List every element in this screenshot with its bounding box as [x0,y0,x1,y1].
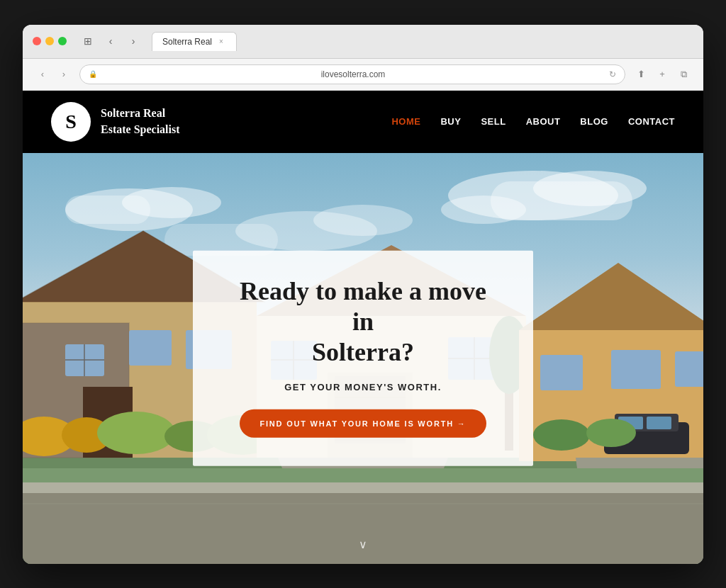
share-button[interactable]: ⬆ [631,64,651,84]
logo-circle: S [51,102,91,142]
hero-title: Ready to make a move in Solterra? [230,276,496,368]
toolbar-back-button[interactable]: ‹ [33,64,52,84]
traffic-lights [33,37,67,45]
hero-cta-button[interactable]: FIND OUT WHAT YOUR HOME IS WORTH → [240,409,486,438]
svg-marker-43 [519,263,703,330]
svg-point-52 [586,419,636,447]
svg-rect-55 [23,486,703,564]
reload-icon: ↻ [609,69,616,79]
nav-blog[interactable]: BLOG [580,116,608,127]
active-tab[interactable]: Solterra Real × [152,32,237,51]
logo-line1: Solterra Real [101,107,165,119]
browser-titlebar: ⊞ ‹ › Solterra Real × [33,32,693,58]
address-bar[interactable]: 🔒 ilovesolterra.com ↻ [79,64,625,84]
svg-point-51 [533,419,590,451]
nav-about[interactable]: ABOUT [526,116,561,127]
url-text: ilovesolterra.com [101,69,605,79]
lock-icon: 🔒 [89,70,97,78]
logo-letter: S [65,111,77,133]
nav-sell[interactable]: SELL [481,116,506,127]
website-content: S Solterra Real Estate Specialist HOME B… [23,91,703,564]
traffic-light-yellow[interactable] [45,37,54,45]
traffic-light-red[interactable] [33,37,41,45]
scroll-indicator[interactable]: ∨ [359,538,367,551]
logo-area[interactable]: S Solterra Real Estate Specialist [51,102,180,142]
forward-button[interactable]: › [123,33,143,50]
browser-chrome: ⊞ ‹ › Solterra Real × [23,25,703,59]
sidebar-toggle-button[interactable]: ⊞ [78,33,98,50]
toolbar-actions: ⬆ + ⧉ [631,64,693,84]
svg-rect-46 [675,351,703,387]
logo-text: Solterra Real Estate Specialist [101,106,180,137]
site-nav: HOME BUY SELL ABOUT BLOG CONTACT [391,116,675,127]
windows-button[interactable]: ⧉ [674,64,693,84]
hero-content-box: Ready to make a move in Solterra? GET YO… [193,250,533,466]
svg-rect-15 [129,330,172,366]
browser-nav-buttons: ⊞ ‹ › [78,33,143,50]
svg-rect-44 [540,355,583,390]
nav-contact[interactable]: CONTACT [628,116,675,127]
hero-section: Ready to make a move in Solterra? GET YO… [23,153,703,564]
toolbar-forward-button[interactable]: › [54,64,74,84]
nav-home[interactable]: HOME [391,116,420,127]
svg-point-6 [313,205,413,236]
svg-point-1 [122,187,221,218]
browser-toolbar: ‹ › 🔒 ilovesolterra.com ↻ ⬆ + ⧉ [23,59,703,91]
svg-rect-58 [23,468,703,482]
svg-rect-50 [647,417,671,429]
svg-point-22 [97,412,175,454]
browser-window: ⊞ ‹ › Solterra Real × ‹ › 🔒 ilovesolterr… [23,25,703,564]
new-tab-button[interactable]: + [652,64,672,84]
tab-close-button[interactable]: × [216,37,226,47]
back-button[interactable]: ‹ [101,33,121,50]
traffic-light-green[interactable] [58,37,67,45]
svg-point-3 [533,171,647,206]
nav-buy[interactable]: BUY [440,116,461,127]
toolbar-nav: ‹ › [33,64,74,84]
hero-subtitle: GET YOUR MONEY'S WORTH. [230,382,496,392]
logo-line2: Estate Specialist [101,123,180,135]
svg-point-4 [441,196,526,224]
tab-title: Solterra Real [162,37,212,47]
svg-rect-45 [611,350,661,389]
browser-tabs: Solterra Real × [152,32,237,51]
site-header: S Solterra Real Estate Specialist HOME B… [23,91,703,153]
